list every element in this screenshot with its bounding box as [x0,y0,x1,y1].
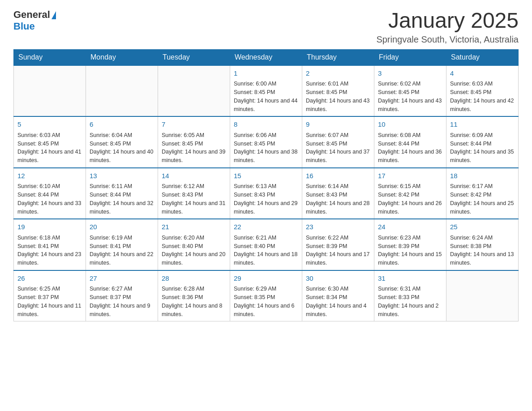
calendar-cell: 23Sunrise: 6:22 AMSunset: 8:39 PMDayligh… [302,219,374,270]
day-number: 25 [450,222,515,232]
day-info: Sunrise: 6:30 AMSunset: 8:34 PMDaylight:… [306,285,370,318]
day-info: Sunrise: 6:06 AMSunset: 8:45 PMDaylight:… [234,131,298,165]
day-number: 7 [162,120,226,130]
day-info: Sunrise: 6:15 AMSunset: 8:42 PMDaylight:… [378,182,442,216]
day-info: Sunrise: 6:20 AMSunset: 8:40 PMDaylight:… [162,234,226,267]
day-number: 10 [378,120,442,130]
day-info: Sunrise: 6:09 AMSunset: 8:44 PMDaylight:… [450,131,515,165]
day-info: Sunrise: 6:10 AMSunset: 8:44 PMDaylight:… [17,182,82,216]
day-info: Sunrise: 6:21 AMSunset: 8:40 PMDaylight:… [234,234,298,267]
calendar-cell: 5Sunrise: 6:03 AMSunset: 8:45 PMDaylight… [14,116,86,168]
day-number: 27 [90,274,154,284]
day-info: Sunrise: 6:24 AMSunset: 8:38 PMDaylight:… [450,234,515,267]
day-info: Sunrise: 6:01 AMSunset: 8:45 PMDaylight:… [306,80,370,113]
day-number: 13 [90,171,154,181]
day-of-week-header: Thursday [302,49,374,65]
calendar-cell: 9Sunrise: 6:07 AMSunset: 8:45 PMDaylight… [302,116,374,168]
day-of-week-header: Saturday [446,49,519,65]
day-number: 5 [17,120,82,130]
day-number: 14 [162,171,226,181]
calendar-cell [86,65,158,117]
day-info: Sunrise: 6:29 AMSunset: 8:35 PMDaylight:… [234,285,298,318]
day-number: 30 [306,274,370,284]
day-number: 23 [306,222,370,232]
calendar-cell: 4Sunrise: 6:03 AMSunset: 8:45 PMDaylight… [446,65,519,117]
calendar-cell: 2Sunrise: 6:01 AMSunset: 8:45 PMDaylight… [302,65,374,117]
calendar-cell: 13Sunrise: 6:11 AMSunset: 8:44 PMDayligh… [86,168,158,219]
calendar-body: 1Sunrise: 6:00 AMSunset: 8:45 PMDaylight… [14,65,519,321]
calendar-cell [446,270,519,321]
page-header: General Blue January 2025 Springvale Sou… [13,9,519,45]
day-number: 26 [17,274,82,284]
day-number: 19 [17,222,82,232]
day-number: 11 [450,120,515,130]
logo-general-text: General [13,9,50,21]
day-number: 31 [378,274,442,284]
day-number: 21 [162,222,226,232]
calendar-week-row: 26Sunrise: 6:25 AMSunset: 8:37 PMDayligh… [14,270,519,321]
day-number: 12 [17,171,82,181]
calendar-cell: 24Sunrise: 6:23 AMSunset: 8:39 PMDayligh… [374,219,446,270]
calendar-cell: 7Sunrise: 6:05 AMSunset: 8:45 PMDaylight… [158,116,230,168]
calendar-cell [158,65,230,117]
calendar-table: SundayMondayTuesdayWednesdayThursdayFrid… [13,49,519,322]
logo-blue-text: Blue [13,21,35,32]
day-info: Sunrise: 6:27 AMSunset: 8:37 PMDaylight:… [90,285,154,318]
calendar-cell: 22Sunrise: 6:21 AMSunset: 8:40 PMDayligh… [230,219,302,270]
calendar-cell: 15Sunrise: 6:13 AMSunset: 8:43 PMDayligh… [230,168,302,219]
calendar-cell: 31Sunrise: 6:31 AMSunset: 8:33 PMDayligh… [374,270,446,321]
day-number: 1 [234,68,298,79]
calendar-cell: 28Sunrise: 6:28 AMSunset: 8:36 PMDayligh… [158,270,230,321]
calendar-cell: 10Sunrise: 6:08 AMSunset: 8:44 PMDayligh… [374,116,446,168]
day-number: 4 [450,68,515,79]
calendar-cell: 8Sunrise: 6:06 AMSunset: 8:45 PMDaylight… [230,116,302,168]
day-info: Sunrise: 6:02 AMSunset: 8:45 PMDaylight:… [378,80,442,113]
days-of-week-row: SundayMondayTuesdayWednesdayThursdayFrid… [14,49,519,65]
day-info: Sunrise: 6:00 AMSunset: 8:45 PMDaylight:… [234,80,298,113]
day-of-week-header: Friday [374,49,446,65]
day-number: 28 [162,274,226,284]
calendar-header: SundayMondayTuesdayWednesdayThursdayFrid… [14,49,519,65]
day-info: Sunrise: 6:03 AMSunset: 8:45 PMDaylight:… [450,80,515,113]
day-info: Sunrise: 6:13 AMSunset: 8:43 PMDaylight:… [234,182,298,216]
day-info: Sunrise: 6:25 AMSunset: 8:37 PMDaylight:… [17,285,82,318]
calendar-cell: 17Sunrise: 6:15 AMSunset: 8:42 PMDayligh… [374,168,446,219]
main-title: January 2025 [376,9,519,33]
calendar-cell: 30Sunrise: 6:30 AMSunset: 8:34 PMDayligh… [302,270,374,321]
day-info: Sunrise: 6:23 AMSunset: 8:39 PMDaylight:… [378,234,442,267]
calendar-cell: 27Sunrise: 6:27 AMSunset: 8:37 PMDayligh… [86,270,158,321]
day-info: Sunrise: 6:22 AMSunset: 8:39 PMDaylight:… [306,234,370,267]
day-info: Sunrise: 6:03 AMSunset: 8:45 PMDaylight:… [17,131,82,165]
day-number: 22 [234,222,298,232]
day-info: Sunrise: 6:05 AMSunset: 8:45 PMDaylight:… [162,131,226,165]
day-info: Sunrise: 6:07 AMSunset: 8:45 PMDaylight:… [306,131,370,165]
day-number: 2 [306,68,370,79]
calendar-cell: 29Sunrise: 6:29 AMSunset: 8:35 PMDayligh… [230,270,302,321]
day-number: 29 [234,274,298,284]
calendar-cell [14,65,86,117]
calendar-cell: 14Sunrise: 6:12 AMSunset: 8:43 PMDayligh… [158,168,230,219]
title-section: January 2025 Springvale South, Victoria,… [376,9,519,45]
calendar-week-row: 19Sunrise: 6:18 AMSunset: 8:41 PMDayligh… [14,219,519,270]
day-info: Sunrise: 6:31 AMSunset: 8:33 PMDaylight:… [378,285,442,318]
day-info: Sunrise: 6:14 AMSunset: 8:43 PMDaylight:… [306,182,370,216]
day-number: 20 [90,222,154,232]
day-of-week-header: Sunday [14,49,86,65]
calendar-cell: 6Sunrise: 6:04 AMSunset: 8:45 PMDaylight… [86,116,158,168]
calendar-cell: 25Sunrise: 6:24 AMSunset: 8:38 PMDayligh… [446,219,519,270]
calendar-cell: 19Sunrise: 6:18 AMSunset: 8:41 PMDayligh… [14,219,86,270]
calendar-cell: 12Sunrise: 6:10 AMSunset: 8:44 PMDayligh… [14,168,86,219]
day-number: 6 [90,120,154,130]
calendar-week-row: 12Sunrise: 6:10 AMSunset: 8:44 PMDayligh… [14,168,519,219]
day-number: 15 [234,171,298,181]
day-number: 17 [378,171,442,181]
calendar-cell: 18Sunrise: 6:17 AMSunset: 8:42 PMDayligh… [446,168,519,219]
day-number: 3 [378,68,442,79]
day-of-week-header: Monday [86,49,158,65]
calendar-week-row: 1Sunrise: 6:00 AMSunset: 8:45 PMDaylight… [14,65,519,117]
calendar-cell: 16Sunrise: 6:14 AMSunset: 8:43 PMDayligh… [302,168,374,219]
day-number: 18 [450,171,515,181]
calendar-cell: 3Sunrise: 6:02 AMSunset: 8:45 PMDaylight… [374,65,446,117]
subtitle: Springvale South, Victoria, Australia [376,34,519,45]
calendar-week-row: 5Sunrise: 6:03 AMSunset: 8:45 PMDaylight… [14,116,519,168]
